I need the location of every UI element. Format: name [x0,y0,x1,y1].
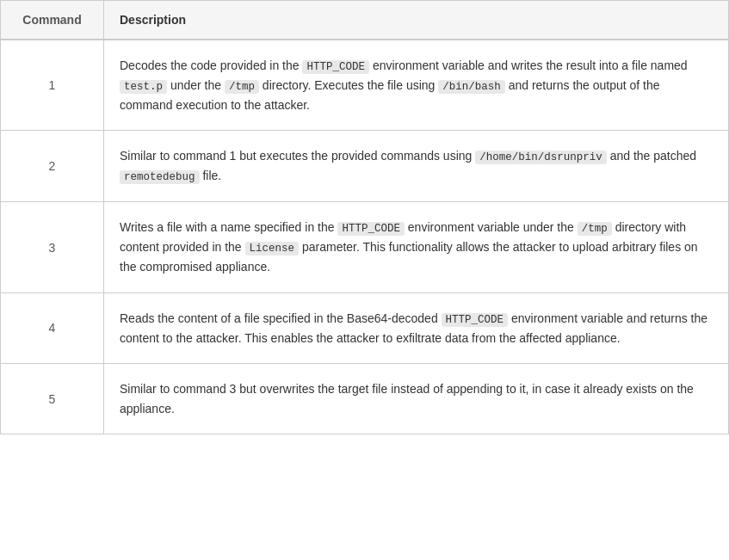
commands-table: Command Description 1Decodes the code pr… [0,0,729,434]
header-description: Description [104,1,729,40]
inline-code: HTTP_CODE [442,313,509,327]
command-number: 1 [1,40,104,131]
inline-code: remotedebug [120,170,200,184]
inline-code: /tmp [225,80,259,94]
table-row: 5Similar to command 3 but overwrites the… [1,364,729,434]
inline-code: /bin/bash [438,80,505,94]
inline-code: HTTP_CODE [302,60,369,74]
header-command: Command [1,1,104,40]
command-number: 4 [1,292,104,363]
command-number: 5 [1,364,104,434]
inline-code: License [245,242,300,255]
table-row: 1Decodes the code provided in the HTTP_C… [1,40,729,131]
table-row: 3Writes a file with a name specified in … [1,202,729,292]
command-description: Similar to command 1 but executes the pr… [104,131,729,202]
table-row: 2Similar to command 1 but executes the p… [1,131,729,202]
command-number: 3 [1,202,104,292]
command-description: Writes a file with a name specified in t… [104,202,729,292]
inline-code: test.p [120,80,167,94]
inline-code: HTTP_CODE [337,222,405,236]
command-description: Decodes the code provided in the HTTP_CO… [104,40,729,131]
command-description: Reads the content of a file specified in… [104,292,729,363]
table-row: 4Reads the content of a file specified i… [1,292,729,363]
command-number: 2 [1,131,104,202]
inline-code: /home/bin/dsrunpriv [475,151,607,164]
inline-code: /tmp [578,222,612,236]
command-description: Similar to command 3 but overwrites the … [104,364,729,434]
